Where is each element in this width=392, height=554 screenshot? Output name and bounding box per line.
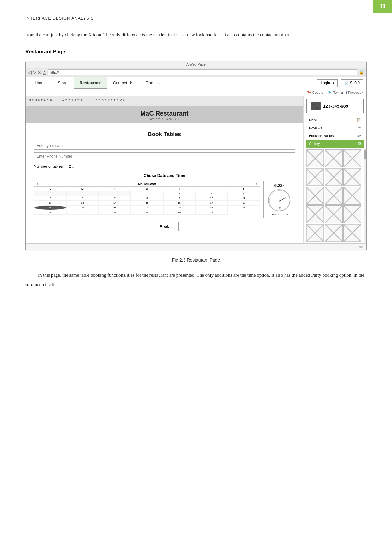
cal-day [66,191,99,196]
cal-prev-btn[interactable]: ◄ [36,182,39,185]
submenu-gallery-label: Gallery [309,142,320,146]
gallery-item[interactable] [306,224,324,242]
gallery-item[interactable] [325,205,343,223]
cal-day-header-w: W [131,187,163,191]
phone-box: 📞 123-345-689 [306,99,364,113]
cal-day[interactable]: 30 [163,210,196,215]
nav-find-us[interactable]: Find Us [139,77,166,89]
gallery-item[interactable] [306,205,324,223]
cart-info[interactable]: 🛒 $- 0.0 [341,79,363,87]
cal-day[interactable]: 2 [163,191,196,196]
submenu-book-parties[interactable]: Book for Parties 🍽 [306,132,364,140]
gallery-scrollbar[interactable] [364,148,366,243]
calendar-grid: S M T W T F S [34,187,260,215]
cal-day[interactable]: 20 [66,205,99,210]
cal-day[interactable]: 16 [163,201,196,205]
cal-day[interactable]: 11 [228,196,260,201]
cal-day[interactable]: 31 [196,210,228,215]
address-bar[interactable] [48,69,357,75]
cal-day[interactable]: 14 [99,201,131,205]
cal-day[interactable]: 29 [131,210,163,215]
cal-next-btn[interactable]: ► [256,182,258,185]
name-input[interactable] [34,142,295,150]
gallery-item[interactable] [306,149,324,167]
nav-restaurant[interactable]: Restaurant [74,77,107,89]
edit-icon[interactable]: ✏ [359,244,363,250]
cal-day[interactable]: 1 [131,191,163,196]
submenu-menu[interactable]: Menu 📋 [306,116,364,124]
nav-contact-us[interactable]: Contact Us [107,77,139,89]
phone-icon: 📞 [311,102,321,110]
cal-month: MARCH 2018 [138,182,156,185]
facebook-link[interactable]: f Facebook [346,90,363,94]
cal-day[interactable]: 7 [99,196,131,201]
cal-day[interactable]: 10 [196,196,228,201]
nav-store[interactable]: Store [52,77,74,89]
cal-day[interactable]: 12 [34,201,66,205]
date-time-label: Chose Date and Time [34,173,295,178]
cal-day[interactable]: 3 [196,191,228,196]
cal-day[interactable]: 24 [196,205,228,210]
login-button[interactable]: Login ➜ [317,79,338,87]
section-heading: Restaurant Page [25,49,367,55]
cal-day[interactable]: 22 [131,205,163,210]
submenu-gallery[interactable]: Gallery 🖼 [306,140,364,148]
cal-day[interactable]: 23 [163,205,196,210]
submenu-reviews[interactable]: Reviews ☆ [306,124,364,132]
phone-input[interactable] [34,152,295,160]
ok-button[interactable]: OK [285,213,289,216]
cal-day[interactable]: 28 [99,210,131,215]
gallery-item[interactable] [343,224,361,242]
tables-row: Number of tables: 2 ▲▼ [34,163,295,170]
submenu-book-parties-label: Book for Parties [309,134,334,138]
gallery-item[interactable] [325,149,343,167]
go-button[interactable]: 🔒 [359,70,364,75]
cal-day-header-m: M [66,187,99,191]
cal-day[interactable]: 6 [66,196,99,201]
clock-face [268,189,290,211]
close-icon[interactable]: ✕ [38,70,41,75]
cancel-button[interactable]: CANCEL [270,213,281,216]
cal-day[interactable]: 21 [99,205,131,210]
cal-day[interactable]: 9 [163,196,196,201]
cal-day[interactable]: 13 [66,201,99,205]
gallery-item[interactable] [343,149,361,167]
cal-day-selected[interactable]: 19 [34,205,66,210]
gallery-item[interactable] [325,224,343,242]
gallery-item[interactable] [343,168,361,186]
cal-day-header-s: S [34,187,66,191]
cal-day[interactable]: 15 [131,201,163,205]
spinner-arrows[interactable]: ▲▼ [72,164,74,169]
browser-titlebar: A Web Page [26,61,366,68]
social-bar: G+ Google+ 🐦 Twitter f Facebook [26,89,366,96]
gallery-item[interactable] [325,168,343,186]
nav-home[interactable]: Home [29,77,52,89]
cal-day[interactable]: 5 [34,196,66,201]
gallery-item[interactable] [325,187,343,205]
cal-day[interactable]: 25 [228,205,260,210]
tables-spinner[interactable]: 2 ▲▼ [67,163,76,170]
gallery-item[interactable] [343,205,361,223]
twitter-link[interactable]: 🐦 Twitter [328,90,343,94]
cal-day[interactable]: 4 [228,191,260,196]
gallery-item[interactable] [343,187,361,205]
cal-day[interactable]: 26 [34,210,66,215]
cal-day-header-f: F [196,187,228,191]
cal-day[interactable]: 18 [228,201,260,205]
site-header-banner: Mountain.. Artists.. Cooperative [26,96,303,106]
home-icon[interactable]: △ [43,70,46,75]
forward-icon[interactable]: ▷ [33,70,36,75]
site-main: Mountain.. Artists.. Cooperative MaC Res… [26,96,366,243]
google-plus-link[interactable]: G+ Google+ [307,90,325,94]
book-button[interactable]: Book [150,222,179,231]
cal-day[interactable]: 27 [66,210,99,215]
site-tagline: Mountain.. Artists.. Cooperative [29,99,300,102]
gallery-item[interactable] [306,187,324,205]
gallery-item[interactable] [306,168,324,186]
cal-day[interactable]: 17 [196,201,228,205]
browser-mockup: A Web Page ◁ ▷ ✕ △ 🔒 Home Store Restaura… [25,61,367,251]
restaurant-title: MaC Restaurant [29,110,300,117]
cal-day[interactable]: 8 [131,196,163,201]
back-icon[interactable]: ◁ [28,70,32,75]
svg-point-7 [279,200,280,202]
